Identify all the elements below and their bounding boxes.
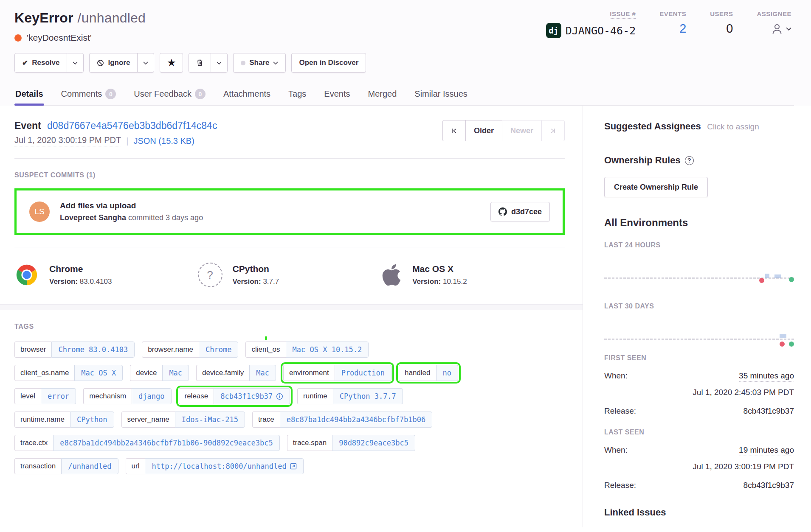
tag-browser-name: browser.nameChrome <box>142 342 238 358</box>
ignore-dropdown-button[interactable] <box>138 53 154 72</box>
tag-value[interactable]: Mac <box>162 365 189 381</box>
last-24-hours-sparkline <box>604 249 794 290</box>
first-seen-section: FIRST SEEN When: 35 minutes ago Jul 1, 2… <box>604 354 794 416</box>
tab-tags[interactable]: Tags <box>287 84 307 105</box>
tag-release: release8cb43f1c9b37 <box>179 388 290 404</box>
users-label: USERS <box>710 10 733 17</box>
tag-value[interactable]: Idos-iMac-215 <box>175 412 245 428</box>
tag-key: server_name <box>121 412 175 428</box>
last-seen-release-link[interactable]: 8cb43f1c9b37 <box>743 481 794 490</box>
tag-trace: tracee8c87ba1dc494bb2a4346bcfbf7b1b06 <box>252 412 432 428</box>
newer-event-button[interactable]: Newer <box>502 120 541 141</box>
checkmark-icon: ✔ <box>22 59 28 67</box>
suggested-assignees-hint: Click to assign <box>707 122 759 131</box>
open-in-discover-button[interactable]: Open in Discover <box>291 53 366 73</box>
last-24-hours-label: LAST 24 HOURS <box>604 241 794 249</box>
tag-key: client_os <box>245 342 285 358</box>
tag-device-family: device.familyMac <box>196 365 276 381</box>
create-ownership-rule-button[interactable]: Create Ownership Rule <box>604 177 708 197</box>
separator: | <box>126 136 128 146</box>
tag-value[interactable]: CPython 3.7.7 <box>333 388 403 404</box>
tag-client-os: client_osMac OS X 10.15.2 <box>245 342 369 358</box>
when-label: When: <box>604 371 628 381</box>
star-icon: ★ <box>167 58 175 68</box>
tag-value[interactable]: Mac <box>249 365 276 381</box>
ownership-rules-title: Ownership Rules <box>604 155 681 166</box>
tag-value[interactable]: django <box>132 388 171 404</box>
tag-runtime-name: runtime.nameCPython <box>14 412 114 428</box>
tag-value[interactable]: e8c87ba1dc494bb2a4346bcfbf7b1b06 <box>280 412 433 428</box>
tab-attachments[interactable]: Attachments <box>222 84 271 105</box>
events-count[interactable]: 2 <box>679 22 686 36</box>
tag-client-os-name: client_os.nameMac OS X <box>14 365 123 381</box>
tag-key: trace.span <box>287 435 332 451</box>
tag-value[interactable]: e8c87ba1dc494bb2a4346bcfbf7b1b06-90d892c… <box>53 435 280 451</box>
event-id-link[interactable]: d08d7667e4a5476eb3b3db6d7f14c84c <box>47 120 217 131</box>
context-version: 10.15.2 <box>443 277 467 286</box>
first-seen-release-link[interactable]: 8cb43f1c9b37 <box>743 406 794 416</box>
oldest-event-button[interactable] <box>442 120 465 141</box>
suggested-assignees-title: Suggested Assignees <box>604 121 701 132</box>
tab-merged[interactable]: Merged <box>367 84 398 105</box>
tag-value[interactable]: Chrome 83.0.4103 <box>51 342 135 358</box>
tag-value[interactable]: CPython <box>70 412 114 428</box>
commit-message: Add files via upload <box>60 201 480 210</box>
resolve-dropdown-button[interactable] <box>67 53 83 72</box>
chevron-down-icon <box>73 62 78 64</box>
older-event-button[interactable]: Older <box>465 120 502 141</box>
tag-value[interactable]: Mac OS X 10.15.2 <box>286 342 369 358</box>
issue-short-id[interactable]: DJANGO-46-2 <box>566 25 636 37</box>
tab-similar-issues[interactable]: Similar Issues <box>414 84 468 105</box>
django-project-icon: dj <box>546 23 561 38</box>
tag-value[interactable]: error <box>41 388 76 404</box>
assignee-label: ASSIGNEE <box>757 10 791 17</box>
tag-key: transaction <box>14 458 61 474</box>
event-label: Event <box>14 120 41 131</box>
assignee-dropdown[interactable] <box>771 22 791 35</box>
github-icon <box>498 207 507 216</box>
delete-button[interactable] <box>189 53 211 72</box>
tag-value[interactable]: http://localhost:8000/unhandled <box>145 458 303 474</box>
tag-value[interactable]: Production <box>335 365 391 381</box>
tag-value[interactable]: 8cb43f1c9b37 <box>214 388 290 404</box>
newest-event-button[interactable] <box>541 120 565 141</box>
tab-comments[interactable]: Comments0 <box>60 84 117 105</box>
page-title: KeyError/unhandled <box>14 10 146 26</box>
first-seen-label: FIRST SEEN <box>604 354 794 362</box>
issue-header: KeyError/unhandled 'keyDoesntExist' ISSU… <box>0 0 811 106</box>
chrome-icon <box>14 263 39 287</box>
tag-value[interactable]: 90d892c9eace3bc5 <box>332 435 415 451</box>
circle-slash-icon <box>97 59 104 67</box>
commit-time: committed 3 days ago <box>126 213 203 222</box>
delete-dropdown-button[interactable] <box>211 53 227 72</box>
tag-key: runtime <box>297 388 333 404</box>
resolve-button[interactable]: ✔ Resolve <box>15 53 67 72</box>
stat-issue: ISSUE # dj DJANGO-46-2 <box>546 10 636 38</box>
context-name: CPython <box>233 264 279 274</box>
first-seen-marker <box>780 342 785 347</box>
user-feedback-count-badge: 0 <box>195 89 206 99</box>
last-30-days-sparkline <box>604 310 794 351</box>
share-button[interactable]: Share <box>233 53 286 73</box>
tag-value[interactable]: /unhandled <box>61 458 118 474</box>
tag-key: runtime.name <box>14 412 70 428</box>
tag-value[interactable]: no <box>436 365 458 381</box>
bookmark-button[interactable]: ★ <box>160 53 183 73</box>
tag-value[interactable]: Chrome <box>199 342 238 358</box>
context-runtime: ? CPython Version: 3.7.7 <box>198 263 381 287</box>
help-circle-icon[interactable]: ? <box>685 156 694 165</box>
tab-details[interactable]: Details <box>14 84 44 105</box>
tag-key: device.family <box>196 365 249 381</box>
tag-mechanism: mechanismdjango <box>83 388 171 404</box>
stat-assignee: ASSIGNEE <box>757 10 791 35</box>
skip-to-first-icon <box>451 128 457 134</box>
chevron-down-icon <box>786 27 791 31</box>
users-count[interactable]: 0 <box>726 22 733 36</box>
tab-events[interactable]: Events <box>323 84 351 105</box>
tag-value[interactable]: Mac OS X <box>74 365 123 381</box>
json-download-link[interactable]: JSON (15.3 KB) <box>133 136 194 146</box>
first-seen-relative: 35 minutes ago <box>739 371 794 382</box>
ignore-button[interactable]: Ignore <box>90 53 138 72</box>
tab-user-feedback[interactable]: User Feedback0 <box>133 84 206 105</box>
commit-sha-button[interactable]: d3d7cee <box>490 202 550 221</box>
